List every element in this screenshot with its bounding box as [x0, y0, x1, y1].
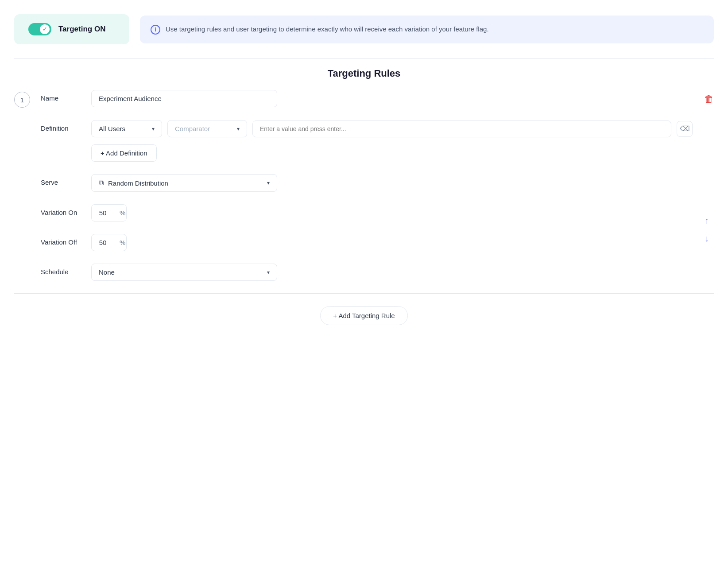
add-definition-label: + Add Definition [101, 149, 147, 157]
trash-icon: 🗑 [704, 93, 714, 105]
variation-on-field: 50 % [91, 204, 127, 221]
variation-on-label: Variation On [41, 204, 81, 216]
add-rule-section: + Add Targeting Rule [14, 293, 714, 325]
value-input[interactable] [252, 120, 671, 137]
serve-field-content: ⧉ Random Distribution ▾ [91, 174, 693, 192]
section-title: Targeting Rules [14, 58, 714, 90]
add-rule-label: + Add Targeting Rule [333, 312, 395, 319]
variation-on-symbol: % [114, 205, 127, 221]
definition-inputs-row: All Users ▾ Comparator ▾ ⌫ [91, 120, 693, 137]
info-banner-text: Use targeting rules and user targeting t… [166, 24, 489, 35]
all-users-dropdown[interactable]: All Users ▾ [91, 120, 162, 137]
info-banner: i Use targeting rules and user targeting… [140, 16, 714, 43]
schedule-chevron-icon: ▾ [267, 269, 270, 276]
comparator-dropdown[interactable]: Comparator ▾ [167, 120, 247, 137]
info-icon: i [151, 25, 160, 35]
add-targeting-rule-button[interactable]: + Add Targeting Rule [320, 306, 407, 325]
targeting-toggle-label: Targeting ON [58, 25, 105, 34]
schedule-row: Schedule None ▾ [14, 264, 693, 281]
schedule-dropdown[interactable]: None ▾ [91, 264, 277, 281]
variation-off-label: Variation Off [41, 234, 81, 246]
schedule-value: None [99, 268, 115, 276]
variation-off-input-wrap: 50 % [91, 234, 127, 251]
serve-value: Random Distribution [108, 179, 168, 187]
definition-label: Definition [41, 120, 81, 132]
serve-chevron-icon: ▾ [267, 180, 270, 186]
rule-number: 1 [14, 92, 30, 108]
variation-off-row: Variation Off 50 % [14, 234, 693, 251]
clear-value-button[interactable]: ⌫ [677, 121, 693, 137]
clear-icon: ⌫ [680, 124, 690, 133]
arrow-down-icon: ↓ [705, 233, 709, 244]
variation-on-value: 50 [92, 205, 114, 221]
add-definition-button[interactable]: + Add Definition [91, 144, 157, 162]
targeting-toggle[interactable]: ✓ [28, 23, 51, 35]
delete-rule-button[interactable]: 🗑 [704, 93, 714, 105]
move-down-button[interactable]: ↓ [700, 231, 714, 245]
check-icon: ✓ [43, 26, 47, 32]
variation-on-input-wrap: 50 % [91, 204, 127, 221]
top-section: ✓ Targeting ON i Use targeting rules and… [14, 14, 714, 44]
name-row: 1 Name [14, 90, 693, 108]
serve-row: Serve ⧉ Random Distribution ▾ [14, 174, 693, 192]
comparator-chevron-icon: ▾ [237, 126, 240, 132]
toggle-knob: ✓ [40, 24, 50, 34]
rule-container: 🗑 1 Name Definition All Users ▾ Comparat… [14, 90, 714, 281]
move-buttons: ↑ ↓ [700, 214, 714, 245]
name-label: Name [41, 90, 81, 102]
comparator-placeholder: Comparator [175, 125, 210, 132]
schedule-field-content: None ▾ [91, 264, 693, 281]
all-users-value: All Users [99, 125, 125, 132]
name-input[interactable] [91, 90, 277, 107]
variation-off-field: 50 % [91, 234, 127, 251]
targeting-toggle-card: ✓ Targeting ON [14, 14, 129, 44]
name-field-content [91, 90, 693, 107]
move-up-button[interactable]: ↑ [700, 214, 714, 228]
serve-dropdown[interactable]: ⧉ Random Distribution ▾ [91, 174, 277, 192]
variation-off-symbol: % [114, 234, 127, 251]
variation-on-row: Variation On 50 % [14, 204, 693, 221]
all-users-chevron-icon: ▾ [152, 126, 155, 132]
sliders-icon: ⧉ [99, 179, 104, 187]
definition-field-content: All Users ▾ Comparator ▾ ⌫ + Add Definit… [91, 120, 693, 162]
serve-label: Serve [41, 174, 81, 186]
arrow-up-icon: ↑ [705, 216, 709, 226]
definition-row: Definition All Users ▾ Comparator ▾ ⌫ [14, 120, 693, 162]
variation-off-value: 50 [92, 234, 114, 251]
schedule-label: Schedule [41, 264, 81, 276]
